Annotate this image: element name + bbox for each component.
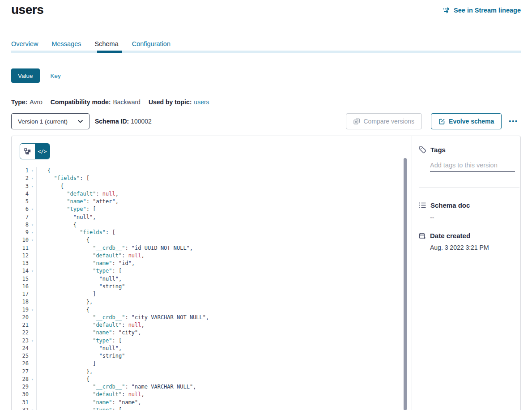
line-number: 22 [12,329,29,337]
line-number: 20 [12,314,29,321]
fold-arrow-icon[interactable]: ▾ [29,267,37,275]
code-text: { [37,306,89,314]
tree-view-icon [24,148,31,154]
line-number: 10 [12,236,29,244]
code-line: 15 "null", [12,275,405,283]
tree-view-button[interactable] [20,144,35,159]
date-created-title-label: Date created [430,232,470,239]
controls-row: Version 1 (current) Schema ID: 100002 Co… [11,113,521,129]
code-text: { [37,376,89,383]
fold-arrow-icon[interactable]: ▾ [29,183,37,190]
code-text: "name": "id", [37,260,135,267]
version-select-value: Version 1 (current) [18,118,68,125]
fold-gutter [29,399,37,406]
code-line: 32▾ "type": [ [12,406,405,410]
fold-gutter [29,391,37,398]
tab-configuration[interactable]: Configuration [132,40,170,47]
fold-gutter [29,298,37,306]
code-scrollbar-thumb[interactable] [404,158,407,410]
compare-versions-button[interactable]: Compare versions [346,113,422,129]
line-number: 32 [12,406,29,410]
schema-id-label: Schema ID: [95,118,129,125]
date-created-value: Aug. 3 2022 3:21 PM [430,244,489,251]
code-text: { [37,183,64,190]
fold-arrow-icon[interactable]: ▾ [29,376,37,383]
fold-gutter [29,383,37,391]
line-number: 14 [12,267,29,275]
fold-arrow-icon[interactable]: ▾ [29,175,37,182]
topic-link[interactable]: users [194,98,209,106]
fold-gutter [29,345,37,352]
tags-section-title: Tags [419,146,446,154]
code-line: 24 "null", [12,345,405,352]
line-number: 25 [12,352,29,360]
fold-gutter [29,214,37,221]
code-line: 26 ] [12,360,405,367]
more-actions-button[interactable]: ••• [506,118,521,125]
code-line: 21 "default": null, [12,321,405,329]
line-number: 6 [12,205,29,213]
schema-doc-section-title: Schema doc [419,201,470,209]
tab-overview[interactable]: Overview [11,40,38,47]
stream-lineage-label: See in Stream lineage [454,7,521,14]
fold-gutter [29,368,37,376]
fold-arrow-icon[interactable]: ▾ [29,236,37,244]
code-text: "type": [ [37,406,122,410]
code-text: "__crdb__": "city VARCHAR NOT NULL", [37,314,209,321]
code-text: "name": "after", [37,198,119,205]
code-view-button[interactable]: </> [35,144,50,159]
key-toggle-button[interactable]: Key [51,73,61,79]
fold-arrow-icon[interactable]: ▾ [29,306,37,314]
code-text: "type": [ [37,267,122,275]
code-line: 19▾ { [12,306,405,314]
code-line: 14▾ "type": [ [12,267,405,275]
fold-gutter [29,314,37,321]
fold-arrow-icon[interactable]: ▾ [29,337,37,345]
code-text: ] [37,360,96,367]
code-text: ] [37,290,96,298]
code-line: 17 ] [12,290,405,298]
fold-arrow-icon[interactable]: ▾ [29,167,37,175]
code-text: { [37,236,89,244]
tab-messages[interactable]: Messages [51,40,81,47]
fold-arrow-icon[interactable]: ▾ [29,205,37,213]
line-number: 21 [12,321,29,329]
evolve-schema-label: Evolve schema [449,118,494,125]
evolve-schema-button[interactable]: Evolve schema [431,113,502,129]
line-number: 28 [12,376,29,383]
ellipsis-icon: ••• [509,118,518,125]
panel-divider [412,136,412,410]
code-text: "string" [37,283,125,290]
code-line: 8▾ { [12,221,405,229]
fold-arrow-icon[interactable]: ▾ [29,229,37,236]
fold-gutter [29,321,37,329]
line-number: 23 [12,337,29,345]
line-number: 19 [12,306,29,314]
version-select[interactable]: Version 1 (current) [11,113,89,129]
code-line: 20 "__crdb__": "city VARCHAR NOT NULL", [12,314,405,321]
code-text: "fields": [ [37,175,89,182]
schema-doc-title-label: Schema doc [430,201,470,209]
schema-meta-row: Type: Avro Compatibility mode: Backward … [11,98,209,106]
code-text: "name": "city", [37,329,141,337]
code-line: 7 "null", [12,214,405,221]
stream-lineage-icon [443,7,451,13]
line-number: 29 [12,383,29,391]
compatibility-label: Compatibility mode: [51,98,111,106]
fold-arrow-icon[interactable]: ▾ [29,406,37,410]
fold-arrow-icon[interactable]: ▾ [29,221,37,229]
value-toggle-button[interactable]: Value [11,68,40,83]
tab-schema[interactable]: Schema [95,40,119,47]
code-line: 5 "name": "after", [12,198,405,205]
stream-lineage-link[interactable]: See in Stream lineage [443,7,521,14]
active-tab-underline [97,51,122,53]
line-number: 5 [12,198,29,205]
code-text: { [37,221,77,229]
code-content: 1▾{2▾ "fields": [3▾ {4 "default": null,5… [12,167,405,410]
tags-input[interactable] [430,158,515,172]
code-line: 3▾ { [12,183,405,190]
code-text: "default": null, [37,190,119,198]
code-text: "string" [37,352,125,360]
code-text: }, [37,298,93,306]
line-number: 16 [12,283,29,290]
